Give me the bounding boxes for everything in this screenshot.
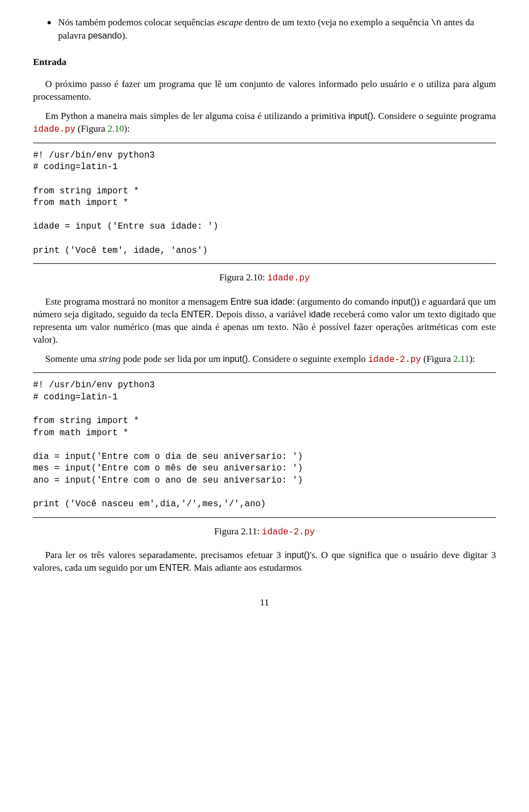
- divider: [33, 263, 496, 264]
- text: . Considere o seguinte exemplo: [248, 354, 368, 364]
- text: Este programa mostrará no monitor a mens…: [45, 296, 230, 307]
- code-block-idade2: #! /usr/bin/env python3 # coding=latin-1…: [33, 380, 496, 511]
- caption-label: Figura 2.11:: [214, 526, 262, 537]
- code-block-idade: #! /usr/bin/env python3 # coding=latin-1…: [33, 150, 496, 257]
- text: Somente uma: [45, 354, 99, 364]
- paragraph: Este programa mostrará no monitor a mens…: [33, 296, 496, 347]
- text: (argumento do comando: [295, 296, 391, 307]
- sans-text: pesando: [88, 31, 122, 40]
- text: ):: [124, 123, 129, 134]
- figure-caption-2: Figura 2.11: idade-2.py: [33, 526, 496, 539]
- bullet-text: Nós também podemos colocar sequências es…: [58, 17, 496, 42]
- text: Para ler os três valores separadamente, …: [45, 550, 285, 560]
- figure-reference[interactable]: 2.10: [107, 123, 124, 134]
- divider: [33, 517, 496, 518]
- figure-caption-1: Figura 2.10: idade.py: [33, 272, 496, 285]
- bullet-list-item: ● Nós também podemos colocar sequências …: [47, 17, 496, 42]
- sans-text: idade: [309, 310, 331, 319]
- caption-label: Figura 2.10:: [219, 272, 267, 283]
- sans-text: input(): [223, 354, 248, 364]
- text: dentro de um texto (veja no exemplo a se…: [242, 17, 431, 28]
- text: ).: [122, 30, 127, 41]
- bullet-marker: ●: [47, 17, 51, 42]
- sans-text: ENTER: [181, 310, 210, 319]
- paragraph: Para ler os três valores separadamente, …: [33, 549, 496, 575]
- italic-text: string: [99, 354, 121, 364]
- divider: [33, 143, 496, 143]
- divider: [33, 372, 496, 373]
- text: . Considere o seguinte programa: [373, 111, 496, 121]
- section-heading-entrada: Entrada: [33, 56, 496, 69]
- text: ):: [469, 354, 475, 364]
- text: (Figura: [421, 354, 454, 364]
- paragraph: O próximo passo é fazer um programa que …: [33, 78, 496, 104]
- code-inline: \n: [431, 18, 441, 28]
- sans-text: Entre sua idade:: [230, 297, 295, 306]
- sans-text: input(): [391, 297, 416, 306]
- sans-text: ENTER: [159, 563, 189, 572]
- code-filename: idade.py: [267, 273, 310, 283]
- paragraph: Somente uma string pode pode ser lida po…: [33, 353, 496, 366]
- text: pode pode ser lida por um: [121, 354, 223, 364]
- text: (Figura: [75, 123, 108, 134]
- text: Em Python a maneira mais simples de ler …: [45, 111, 348, 121]
- page-number: 11: [33, 597, 496, 609]
- sans-text: input(): [285, 550, 310, 560]
- code-filename: idade-2.py: [262, 527, 315, 537]
- text: Nós também podemos colocar sequências: [58, 17, 217, 28]
- sans-text: input(): [348, 111, 373, 121]
- text: . Depois disso, a variável: [211, 309, 309, 320]
- paragraph: Em Python a maneira mais simples de ler …: [33, 110, 496, 136]
- text: . Mais adiante aos estudarmos: [189, 562, 301, 573]
- italic-text: escape: [217, 17, 242, 28]
- code-filename: idade.py: [33, 124, 75, 134]
- figure-reference[interactable]: 2.11: [454, 354, 469, 364]
- code-filename: idade-2.py: [368, 355, 421, 365]
